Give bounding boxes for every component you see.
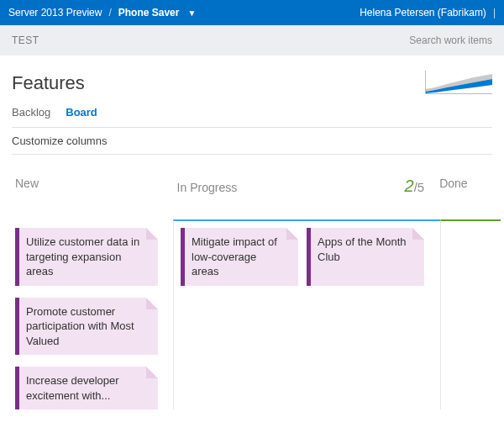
- hub-bar: TEST Search work items: [0, 25, 504, 55]
- work-item-card[interactable]: Increase developer excitement with...: [15, 367, 158, 409]
- tab-backlog[interactable]: Backlog: [12, 106, 50, 122]
- column-header-new: New: [12, 177, 171, 196]
- wip-current: 2: [405, 177, 414, 195]
- column-done[interactable]: [440, 219, 501, 409]
- work-item-card[interactable]: Mitigate impact of low-coverage areas: [181, 228, 298, 286]
- toolbar: Customize columns: [12, 127, 492, 155]
- breadcrumb: Server 2013 Preview / Phone Saver ▼: [8, 7, 196, 18]
- work-item-card[interactable]: Utilize customer data in targeting expan…: [15, 228, 158, 286]
- card-corner-icon: [146, 367, 158, 378]
- global-header: Server 2013 Preview / Phone Saver ▼ Hele…: [0, 0, 504, 25]
- divider: |: [493, 7, 496, 18]
- work-item-card[interactable]: Apps of the Month Club: [307, 228, 424, 286]
- tab-board[interactable]: Board: [66, 106, 97, 122]
- cumulative-flow-chart-icon[interactable]: [425, 71, 492, 94]
- view-tabs: Backlog Board: [12, 106, 492, 122]
- card-title: Utilize customer data in targeting expan…: [26, 235, 139, 277]
- breadcrumb-project[interactable]: Phone Saver: [118, 7, 180, 18]
- page-title: Features: [12, 72, 85, 94]
- card-title: Mitigate impact of low-coverage areas: [192, 235, 277, 277]
- user-name[interactable]: Helena Petersen (Fabrikam): [360, 7, 486, 18]
- kanban-board: Utilize customer data in targeting expan…: [12, 219, 492, 409]
- column-title: In Progress: [177, 181, 238, 194]
- column-header-done: Done: [433, 177, 492, 196]
- wip-indicator: 2/5: [405, 177, 425, 196]
- breadcrumb-separator: /: [108, 7, 111, 18]
- breadcrumb-server[interactable]: Server 2013 Preview: [8, 7, 102, 18]
- card-corner-icon: [146, 298, 158, 309]
- card-corner-icon: [286, 228, 298, 240]
- card-title: Increase developer excitement with...: [26, 374, 119, 402]
- user-area: Helena Petersen (Fabrikam) |: [360, 7, 496, 18]
- search-input[interactable]: Search work items: [409, 34, 492, 46]
- customize-columns-button[interactable]: Customize columns: [12, 135, 107, 147]
- card-corner-icon: [412, 228, 424, 240]
- hub-tab-test[interactable]: TEST: [12, 34, 39, 46]
- card-corner-icon: [146, 228, 158, 240]
- work-item-card[interactable]: Promote customer participation with Most…: [15, 298, 158, 356]
- column-in-progress[interactable]: Mitigate impact of low-coverage areas Ap…: [173, 219, 440, 409]
- board-column-headers: New In Progress 2/5 Done: [0, 177, 504, 196]
- column-header-in-progress: In Progress 2/5: [171, 177, 433, 196]
- card-title: Promote customer participation with Most…: [26, 305, 134, 347]
- column-new[interactable]: Utilize customer data in targeting expan…: [12, 219, 173, 409]
- card-title: Apps of the Month Club: [318, 235, 407, 263]
- chevron-down-icon[interactable]: ▼: [187, 8, 196, 18]
- wip-limit: /5: [414, 180, 425, 194]
